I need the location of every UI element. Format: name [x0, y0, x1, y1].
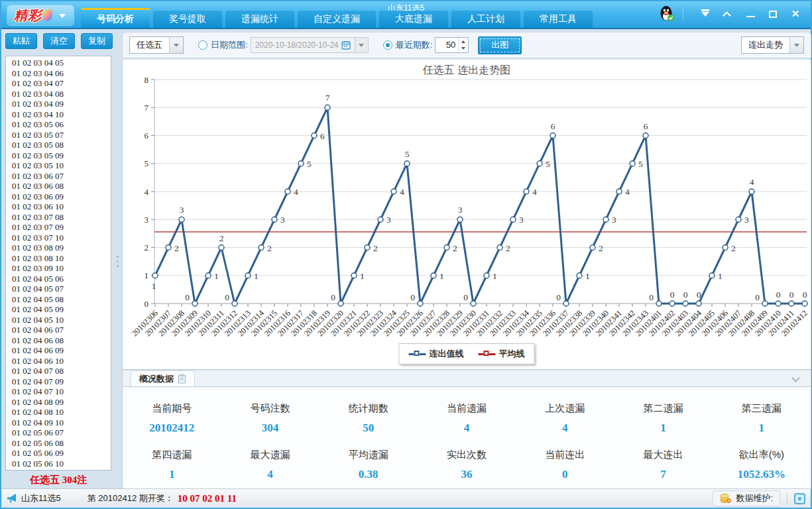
list-item[interactable]: 01 02 03 06 10 — [12, 201, 111, 212]
list-item[interactable]: 01 02 03 05 07 — [12, 130, 111, 141]
list-item[interactable]: 01 02 04 07 08 — [12, 366, 111, 376]
copy-button[interactable]: 复制 — [81, 33, 113, 49]
stat-label: 实出次数 — [418, 449, 516, 461]
clear-button[interactable]: 清空 — [43, 33, 75, 49]
collapse-up-button[interactable] — [719, 7, 736, 21]
data-point-marker — [391, 189, 396, 194]
list-item[interactable]: 01 02 04 08 09 — [12, 397, 111, 408]
data-point-marker — [603, 217, 609, 222]
list-item[interactable]: 01 02 03 04 05 — [12, 58, 111, 68]
stat-value: 0.38 — [319, 468, 418, 481]
data-point-marker — [630, 161, 635, 166]
plot-button[interactable]: 出图 — [478, 36, 522, 54]
list-item[interactable]: 01 02 05 06 10 — [12, 459, 111, 469]
date-range-dropdown-arrow[interactable] — [355, 38, 368, 52]
stepper-down-button[interactable] — [459, 45, 468, 52]
maximize-button[interactable] — [764, 7, 782, 21]
list-item[interactable]: 01 02 05 06 07 — [12, 427, 111, 438]
data-point-marker — [749, 189, 754, 194]
data-point-marker — [537, 161, 542, 166]
recent-periods-radio[interactable] — [383, 40, 392, 50]
tab-common-tools[interactable]: 常用工具 — [524, 11, 593, 28]
list-item[interactable]: 01 02 03 04 06 — [12, 68, 111, 79]
list-item[interactable]: 01 02 03 07 09 — [12, 222, 111, 233]
list-item[interactable]: 01 02 04 06 09 — [12, 345, 111, 356]
list-item[interactable]: 01 02 04 06 07 — [12, 325, 111, 335]
list-item[interactable]: 01 02 03 06 09 — [12, 192, 111, 202]
stat-label: 欲出率(%) — [713, 449, 811, 461]
stat-value: 1 — [123, 468, 221, 481]
list-item[interactable]: 01 02 04 05 09 — [12, 304, 111, 315]
value-label: 0 — [683, 290, 688, 300]
recent-periods-label: 最近期数: — [396, 39, 433, 51]
list-item[interactable]: 01 02 03 06 08 — [12, 181, 111, 192]
list-item[interactable]: 01 02 04 06 08 — [12, 335, 111, 346]
data-point-marker — [484, 273, 489, 278]
close-button[interactable]: ✕ — [787, 7, 804, 21]
collapse-summary-icon[interactable] — [791, 374, 800, 382]
list-item[interactable]: 01 02 04 05 06 — [12, 274, 111, 284]
value-label: 3 — [280, 215, 285, 225]
list-item[interactable]: 01 02 03 09 10 — [12, 263, 111, 274]
data-point-marker — [205, 273, 211, 278]
stat-value: 0 — [516, 468, 614, 481]
list-item[interactable]: 01 02 03 08 10 — [12, 253, 111, 264]
combination-list[interactable]: 01 02 03 04 0501 02 03 04 0601 02 03 04 … — [5, 56, 111, 471]
skin-menu-button[interactable] — [697, 7, 714, 21]
list-item[interactable]: 01 02 03 04 07 — [12, 78, 111, 89]
stat-label: 最大遗漏 — [221, 449, 319, 461]
data-point-marker — [616, 189, 622, 194]
paste-button[interactable]: 粘贴 — [5, 33, 37, 49]
list-item[interactable]: 01 02 04 07 09 — [12, 376, 111, 387]
list-item[interactable]: 01 02 03 04 10 — [12, 109, 111, 120]
list-item[interactable]: 01 02 03 04 08 — [12, 89, 111, 99]
chart-type-dropdown-arrow[interactable] — [789, 37, 803, 53]
tab-manual-plan[interactable]: 人工计划 — [451, 11, 520, 28]
copy-summary-icon[interactable] — [178, 374, 186, 384]
list-item[interactable]: 01 02 03 05 09 — [12, 150, 111, 161]
list-item[interactable]: 01 02 03 06 07 — [12, 171, 111, 182]
list-item[interactable]: 01 02 03 05 06 — [12, 119, 111, 130]
tab-prize-extract[interactable]: 奖号提取 — [153, 11, 222, 28]
list-item[interactable]: 01 02 03 08 09 — [12, 243, 111, 253]
app-logo-menu[interactable]: 精彩 — [7, 5, 74, 26]
minimize-button[interactable] — [742, 7, 759, 21]
float-window-icon[interactable] — [794, 493, 805, 504]
recent-periods-stepper[interactable]: 50 — [435, 37, 469, 53]
stepper-up-button[interactable] — [459, 38, 468, 45]
list-item[interactable]: 01 02 04 05 08 — [12, 294, 111, 305]
date-range-radio[interactable] — [198, 40, 207, 50]
list-item[interactable]: 01 02 03 05 08 — [12, 140, 111, 150]
qq-avatar-icon[interactable] — [659, 5, 675, 23]
list-item[interactable]: 01 02 03 04 09 — [12, 99, 111, 109]
logo-swoosh-icon — [43, 9, 52, 21]
data-maintenance-button[interactable]: 数据维护: — [713, 490, 780, 506]
value-label: 0 — [185, 292, 190, 302]
date-range-field[interactable]: 2020-10-18/2020-10-24 — [251, 37, 369, 53]
list-item[interactable]: 01 02 04 05 10 — [12, 315, 111, 325]
data-point-marker — [683, 301, 688, 306]
tab-number-analysis[interactable]: 号码分析 — [81, 8, 150, 28]
list-item[interactable]: 01 02 04 08 10 — [12, 407, 111, 418]
list-item[interactable]: 01 02 03 07 10 — [12, 233, 111, 243]
tab-custom-omission[interactable]: 自定义遗漏 — [298, 11, 376, 28]
logo-dropdown-icon[interactable] — [59, 14, 66, 21]
list-item[interactable]: 01 02 05 06 08 — [12, 438, 111, 449]
list-item[interactable]: 01 02 04 06 10 — [12, 356, 111, 367]
stat-label: 平均遗漏 — [319, 449, 418, 461]
list-item[interactable]: 01 02 04 05 07 — [12, 284, 111, 294]
list-item[interactable]: 01 02 04 07 10 — [12, 386, 111, 397]
list-item[interactable]: 01 02 03 07 08 — [12, 212, 111, 223]
list-item[interactable]: 01 02 04 09 10 — [12, 418, 111, 428]
value-label: 4 — [750, 177, 754, 187]
list-item[interactable]: 01 02 05 06 09 — [12, 448, 111, 459]
play-type-dropdown[interactable]: 任选五 — [129, 36, 184, 54]
play-type-dropdown-arrow[interactable] — [169, 37, 183, 53]
tab-omission-stats[interactable]: 遗漏统计 — [225, 11, 294, 28]
tab-pool-omission[interactable]: 大底遗漏 — [379, 11, 448, 28]
list-item[interactable]: 01 02 03 05 10 — [12, 160, 111, 171]
sidebar-splitter[interactable] — [114, 30, 121, 489]
data-point-marker — [232, 301, 237, 306]
chart-type-dropdown[interactable]: 连出走势 — [741, 36, 804, 54]
data-point-marker — [590, 245, 595, 251]
